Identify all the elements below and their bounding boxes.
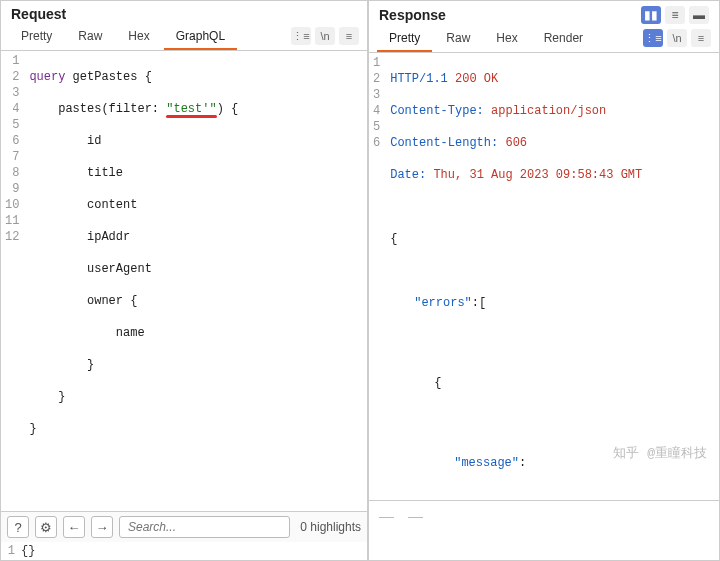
http-status: 200 OK [455,72,498,86]
request-header: Request [1,1,367,24]
request-bottom-toolbar: ? ⚙ ← → 0 highlights [1,511,367,542]
tab-pretty[interactable]: Pretty [9,24,64,50]
hdr-cl-val: 606 [505,136,527,150]
view-list-icon[interactable]: ≡ [665,6,685,24]
json-message-key: "message" [454,456,519,470]
mini-code-text: {} [21,544,35,558]
response-panel: Response ▮▮ ≡ ▬ Pretty Raw Hex Render ⋮≡… [368,0,720,561]
hdr-ct-val: application/json [491,104,606,118]
tab-hex[interactable]: Hex [116,24,161,50]
json-errors-key: "errors" [414,296,472,310]
actions-icon[interactable]: ⋮≡ [291,27,311,45]
search-input[interactable] [119,516,290,538]
response-header: Response ▮▮ ≡ ▬ [369,1,719,26]
response-gutter: 123456 [369,53,386,500]
hdr-cl-key: Content-Length: [390,136,498,150]
hdr-ct-key: Content-Type: [390,104,484,118]
hdr-date-val: Thu, 31 Aug 2023 09:58:43 GMT [433,168,642,182]
next-icon[interactable]: → [91,516,113,538]
resp-tab-raw[interactable]: Raw [434,26,482,52]
resp-tab-pretty[interactable]: Pretty [377,26,432,52]
json-brace-open: { [390,231,715,247]
response-tabbar: Pretty Raw Hex Render ⋮≡ \n ≡ [369,26,719,53]
request-title: Request [11,6,66,22]
response-code: HTTP/1.1 200 OK Content-Type: applicatio… [386,53,719,500]
view-single-icon[interactable]: ▬ [689,6,709,24]
tab-raw[interactable]: Raw [66,24,114,50]
response-header-icons: ▮▮ ≡ ▬ [641,6,709,24]
request-panel: Request Pretty Raw Hex GraphQL ⋮≡ \n ≡ 1… [0,0,368,561]
resp-tab-hex[interactable]: Hex [484,26,529,52]
tab-graphql[interactable]: GraphQL [164,24,237,50]
footer-dash2: — [408,507,423,524]
prev-icon[interactable]: ← [63,516,85,538]
request-mini-code: 1{} [1,542,367,560]
footer-dash1: — [379,507,394,524]
menu-icon[interactable]: ≡ [339,27,359,45]
request-tabbar: Pretty Raw Hex GraphQL ⋮≡ \n ≡ [1,24,367,51]
help-icon[interactable]: ? [7,516,29,538]
response-newline-icon[interactable]: \n [667,29,687,47]
request-code-area[interactable]: 123456789101112 query getPastes { pastes… [1,51,367,511]
gear-icon[interactable]: ⚙ [35,516,57,538]
response-actions-icon[interactable]: ⋮≡ [643,29,663,47]
view-split-icon[interactable]: ▮▮ [641,6,661,24]
response-footer: — — [369,500,719,560]
request-tab-icons: ⋮≡ \n ≡ [291,24,359,50]
highlights-count: 0 highlights [300,520,361,534]
resp-tab-render[interactable]: Render [532,26,595,52]
response-code-area[interactable]: 123456 HTTP/1.1 200 OK Content-Type: app… [369,53,719,500]
response-menu-icon[interactable]: ≡ [691,29,711,47]
hdr-date-key: Date: [390,168,426,182]
request-code: query getPastes { pastes(filter: "test'"… [25,51,367,511]
filter-value: "test'" [166,102,216,116]
response-title: Response [379,7,446,23]
http-version: HTTP/1.1 [390,72,448,86]
request-gutter: 123456789101112 [1,51,25,511]
response-tab-icons: ⋮≡ \n ≡ [643,26,711,52]
newline-icon[interactable]: \n [315,27,335,45]
main-container: Request Pretty Raw Hex GraphQL ⋮≡ \n ≡ 1… [0,0,720,561]
